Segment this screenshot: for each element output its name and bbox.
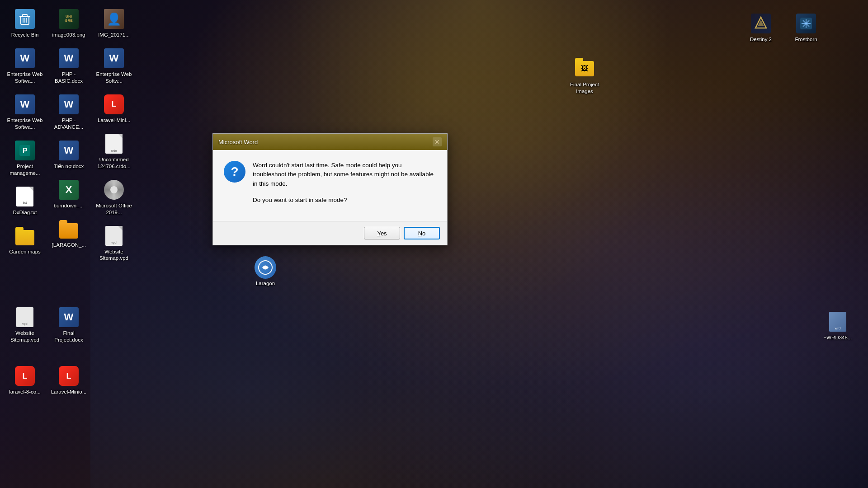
word-icon-tien-no [59,141,79,160]
dialog-content: ? Word couldn't start last time. Safe mo… [224,161,436,205]
dialog-close-button[interactable]: ✕ [433,137,442,146]
desktop-icon-laragon-app[interactable]: Laragon [245,254,286,290]
vpd-icon-2: vpd [16,307,33,327]
laravel-minio-label: Laravel-Minio... [51,389,87,395]
dialog-text-area: Word couldn't start last time. Safe mode… [253,161,436,205]
desktop-icon-final-project-images[interactable]: Final Project Images [564,55,605,98]
tien-no-label: Tiền nợ.docx [54,163,84,170]
desktop-icon-php-advance[interactable]: PHP - ADVANCE... [48,91,89,133]
word-icon-1 [15,48,35,68]
website-sitemap-label: Website Sitemap.vpd [95,249,132,262]
garden-maps-label: Garden maps [9,249,41,255]
yes-button-label: Yes [377,230,387,237]
laragon-app-label: Laragon [256,280,275,287]
img-2017-label: IMG_20171... [98,32,130,38]
desktop-icon-laravel-8[interactable]: L laravel-8-co... [5,362,45,398]
wrd-icon: wrd [829,312,846,332]
desktop-icon-laravel-minio[interactable]: L Laravel-Minio... [48,362,89,398]
desktop-icon-website-sitemap[interactable]: vpd Website Sitemap.vpd [94,222,134,265]
folder-icon [15,226,35,246]
desktop-icon-img-2017[interactable]: IMG_20171... [94,5,134,41]
dialog-yes-button[interactable]: Yes [364,227,400,239]
destiny-2-icon [751,14,771,33]
enterprise-web-2-label: Enterprise Web Softwa... [6,117,43,131]
dialog-body: ? Word couldn't start last time. Safe mo… [213,150,447,221]
project-icon: P [15,141,35,160]
desktop-icon-laravel-mini[interactable]: L Laravel-Mini... [94,91,134,127]
recycle-bin-icon [15,9,35,29]
dialog-titlebar: Microsoft Word ✕ [213,134,447,150]
laravel-mini-label: Laravel-Mini... [98,117,130,124]
enterprise-web-3-label: Enterprise Web Softw... [95,71,132,84]
laragon-folder-label: {LARAGON_... [52,242,86,249]
desktop-icon-website-sitemap-vpd[interactable]: vpd Website Sitemap.vpd [5,304,45,346]
php-basic-label: PHP - BASIC.docx [50,71,87,84]
php-advance-label: PHP - ADVANCE... [50,117,87,131]
desktop-icon-enterprise-web-1[interactable]: Enterprise Web Softwa... [5,45,45,87]
desktop-icon-garden-maps[interactable]: Garden maps [5,222,45,258]
desktop-icon-destiny-2[interactable]: Destiny 2 [741,10,781,46]
desktop-icon-frostborn[interactable]: Frostborn [786,10,826,46]
dialog-no-button[interactable]: No [404,227,440,239]
laravel-8-icon: L [15,366,35,386]
dialog-title: Microsoft Word [218,139,258,145]
desktop-icon-enterprise-web-2[interactable]: Enterprise Web Softwa... [5,91,45,133]
dialog-footer: Yes No [213,221,447,245]
dialog-message: Word couldn't start last time. Safe mode… [253,161,436,188]
photo-icon [104,9,124,29]
word-icon-final [59,307,79,327]
desktop-icon-burndown[interactable]: X burndown_... [48,176,89,212]
txt-icon: txt [16,187,33,206]
word-icon-php-advance [59,94,79,114]
no-button-label: No [418,230,426,237]
desktop-icon-ms-office[interactable]: Microsoft Office 2019... [94,176,134,219]
desktop-icon-dxdiag[interactable]: txt DxDiag.txt [5,183,45,219]
recycle-bin-label: Recycle Bin [11,32,39,38]
ms-office-label: Microsoft Office 2019... [95,202,132,216]
folder-laragon-icon [59,219,79,239]
destiny-2-label: Destiny 2 [750,36,772,43]
desktop-background-overlay [90,0,868,488]
enterprise-web-1-label: Enterprise Web Softwa... [6,71,43,84]
desktop-icon-tien-no[interactable]: Tiền nợ.docx [48,137,89,173]
laravel-8-label: laravel-8-co... [9,389,41,395]
laravel-minio-icon: L [59,366,79,386]
dxdiag-label: DxDiag.txt [13,209,37,216]
image003-label: image003.png [52,32,85,38]
desktop: Recycle Bin Enterprise Web Softwa... Ent… [0,0,868,488]
crdo-icon: crdo [105,134,123,154]
desktop-icon-php-basic[interactable]: PHP - BASIC.docx [48,45,89,87]
desktop-icon-final-project-docx[interactable]: Final Project.docx [48,304,89,346]
wrd348-label: ~WRD348... [824,334,852,341]
project-management-label: Project manageme... [6,163,43,177]
word-icon-2 [15,94,35,114]
burndown-label: burndown_... [54,202,84,209]
excel-icon: X [59,180,79,200]
website-sitemap-2-label: Website Sitemap.vpd [6,330,43,343]
word-icon-enterprise-3 [104,48,124,68]
desktop-icon-enterprise-web-3[interactable]: Enterprise Web Softw... [94,45,134,87]
laragon-app-icon [255,256,276,279]
laravel-mini-icon: L [104,94,124,114]
final-project-images-icon [575,60,594,77]
dialog-question: Do you want to start in safe mode? [253,196,436,205]
desktop-icon-laragon-folder[interactable]: {LARAGON_... [48,216,89,251]
word-icon-php-basic [59,48,79,68]
desktop-icon-unconfirmed[interactable]: crdo Unconfirmed 124706.crdo... [94,130,134,173]
vpd-icon: vpd [105,226,123,246]
frostborn-label: Frostborn [795,36,817,43]
dialog-question-icon: ? [224,161,245,183]
svg-text:P: P [23,147,28,155]
uni-icon: UNIGRE [59,9,79,29]
final-project-images-label: Final Project Images [566,81,603,95]
desktop-icon-wrd348[interactable]: wrd ~WRD348... [817,308,858,344]
frostborn-icon [796,14,816,33]
unconfirmed-label: Unconfirmed 124706.crdo... [95,156,132,170]
desktop-icon-recycle-bin[interactable]: Recycle Bin [5,5,45,41]
desktop-icon-project-management[interactable]: P Project manageme... [5,137,45,179]
microsoft-word-dialog: Microsoft Word ✕ ? Word couldn't start l… [212,133,448,245]
dvd-icon [104,180,124,200]
desktop-icon-image003[interactable]: UNIGRE image003.png [48,5,89,41]
final-project-docx-label: Final Project.docx [50,330,87,343]
